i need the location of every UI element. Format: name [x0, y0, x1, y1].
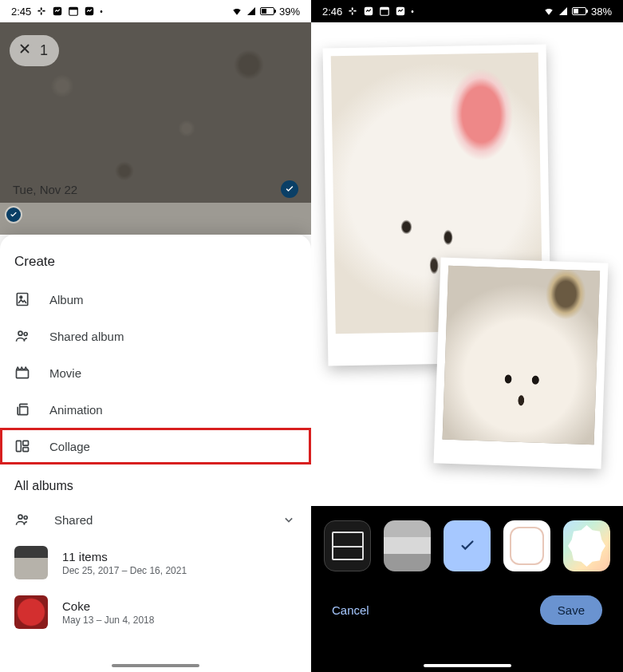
- cancel-button[interactable]: Cancel: [332, 603, 369, 617]
- home-indicator[interactable]: [424, 664, 511, 667]
- svg-point-17: [18, 515, 22, 519]
- album-thumbnail: [14, 546, 48, 579]
- chevron-down-icon: [281, 512, 297, 528]
- check-icon: [459, 537, 476, 555]
- collage-icon: [14, 438, 30, 454]
- animation-icon: [14, 401, 30, 417]
- create-album[interactable]: Album: [0, 281, 311, 318]
- svg-point-11: [24, 333, 27, 336]
- sheet-title: Create: [0, 249, 311, 281]
- action-row: Cancel Save: [311, 571, 623, 625]
- album-icon: [14, 291, 30, 307]
- album-row-coke[interactable]: Coke May 13 – Jun 4, 2018: [0, 587, 311, 637]
- style-option-filmstrip[interactable]: [384, 520, 431, 571]
- battery-percent: 38%: [591, 6, 612, 18]
- selection-pill[interactable]: 1: [10, 35, 59, 66]
- album-subtitle: Dec 25, 2017 – Dec 16, 2021: [62, 565, 187, 576]
- shared-label: Shared: [54, 513, 93, 527]
- create-collage[interactable]: Collage: [0, 428, 311, 464]
- album-shared[interactable]: Shared: [0, 501, 311, 538]
- phone-right-collage-editor: 2:46 • 38%: [311, 0, 623, 672]
- menu-label: Animation: [49, 403, 103, 417]
- status-time: 2:46: [322, 6, 342, 18]
- album-title: 11 items: [62, 550, 187, 563]
- menu-label: Movie: [49, 366, 81, 380]
- menu-label: Album: [49, 293, 84, 306]
- shared-album-icon: [14, 328, 30, 344]
- slack-icon: [347, 6, 358, 17]
- style-option-rounded[interactable]: [503, 520, 550, 571]
- select-all-check-icon[interactable]: [281, 180, 298, 198]
- style-options-row: [311, 520, 623, 571]
- create-movie[interactable]: Movie: [0, 354, 311, 391]
- svg-rect-19: [349, 10, 353, 12]
- status-bar: 2:46 • 38%: [311, 0, 623, 22]
- album-title: Coke: [62, 599, 154, 613]
- date-header-label: Tue, Nov 22: [13, 183, 77, 196]
- collage-style-bar: Cancel Save: [311, 506, 623, 672]
- wifi-icon: [543, 6, 554, 17]
- svg-rect-21: [352, 7, 353, 10]
- style-option-flower[interactable]: [563, 520, 610, 571]
- menu-label: Shared album: [49, 330, 124, 343]
- svg-rect-15: [23, 441, 29, 445]
- svg-rect-14: [17, 441, 22, 451]
- svg-rect-12: [17, 370, 29, 378]
- battery-icon: [572, 7, 586, 15]
- photo-selected-check-icon[interactable]: [5, 206, 22, 223]
- all-albums-title: All albums: [0, 464, 311, 501]
- grid-layout-icon: [332, 532, 364, 560]
- create-bottom-sheet: Create Album Shared album Movie Animatio…: [0, 235, 311, 672]
- style-option-polaroid[interactable]: [444, 520, 491, 571]
- save-button[interactable]: Save: [540, 595, 602, 625]
- phone-left-photo-picker: 2:45 • 39%: [0, 0, 311, 672]
- collage-photo-2[interactable]: [434, 257, 609, 468]
- svg-rect-13: [20, 407, 28, 415]
- close-icon[interactable]: [18, 42, 32, 60]
- menu-label: Collage: [49, 440, 90, 453]
- collage-canvas[interactable]: [311, 22, 623, 506]
- create-animation[interactable]: Animation: [0, 391, 311, 428]
- album-subtitle: May 13 – Jun 4, 2018: [62, 615, 154, 626]
- photo-thumbnail-row[interactable]: [0, 203, 311, 235]
- svg-point-10: [18, 331, 22, 335]
- status-overflow-dot: •: [411, 7, 414, 16]
- style-option-grid[interactable]: [324, 520, 371, 571]
- messenger-icon-2: [395, 6, 406, 17]
- shared-icon: [14, 512, 30, 528]
- signal-icon: [559, 7, 567, 15]
- svg-rect-16: [23, 448, 29, 452]
- svg-point-18: [24, 516, 27, 520]
- svg-point-9: [20, 296, 22, 298]
- album-row-11items[interactable]: 11 items Dec 25, 2017 – Dec 16, 2021: [0, 538, 311, 587]
- svg-rect-22: [352, 12, 353, 15]
- movie-icon: [14, 365, 30, 381]
- album-thumbnail: [14, 595, 48, 629]
- create-shared-album[interactable]: Shared album: [0, 318, 311, 354]
- calendar-icon: [379, 6, 390, 17]
- home-indicator[interactable]: [112, 664, 199, 667]
- date-header-row[interactable]: Tue, Nov 22: [0, 172, 311, 206]
- selection-count: 1: [40, 42, 48, 59]
- svg-rect-20: [353, 10, 357, 12]
- svg-rect-25: [381, 7, 389, 10]
- messenger-icon: [363, 6, 374, 17]
